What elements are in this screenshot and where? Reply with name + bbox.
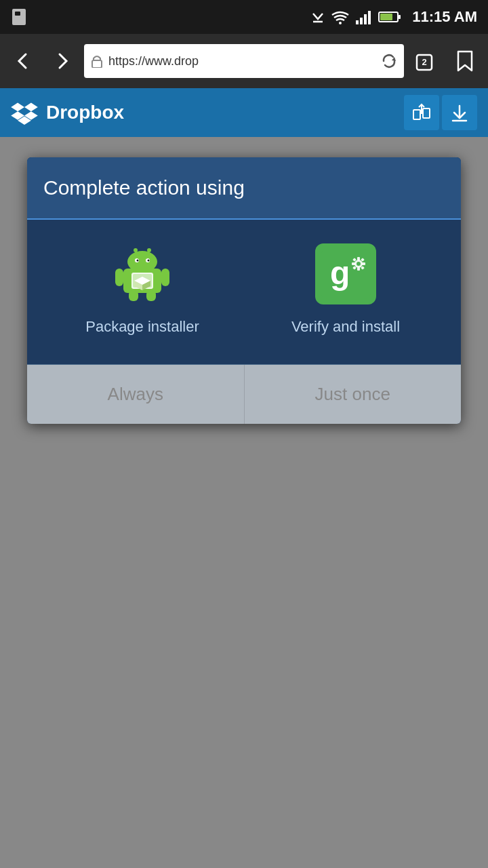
svg-marker-12 bbox=[392, 57, 396, 61]
svg-marker-15 bbox=[11, 103, 24, 112]
svg-rect-4 bbox=[356, 20, 359, 24]
svg-point-46 bbox=[357, 262, 361, 266]
svg-point-3 bbox=[339, 22, 342, 24]
svg-marker-16 bbox=[24, 103, 38, 112]
verify-install-option[interactable]: g bbox=[278, 240, 413, 337]
address-bar[interactable]: https://www.drop bbox=[84, 44, 404, 78]
svg-rect-50 bbox=[362, 262, 365, 265]
svg-point-33 bbox=[147, 248, 151, 252]
svg-point-32 bbox=[134, 248, 138, 252]
svg-rect-11 bbox=[92, 60, 102, 68]
svg-rect-35 bbox=[161, 269, 169, 286]
dialog-title-text: Complete action using bbox=[43, 176, 245, 199]
signal-icon bbox=[355, 9, 373, 24]
battery-icon bbox=[378, 9, 401, 24]
main-content: Complete action using bbox=[0, 137, 488, 868]
header-actions bbox=[404, 95, 477, 130]
svg-rect-49 bbox=[352, 262, 355, 265]
svg-rect-37 bbox=[146, 290, 156, 301]
url-text: https://www.drop bbox=[108, 54, 375, 68]
package-installer-icon bbox=[113, 244, 172, 304]
svg-rect-20 bbox=[413, 110, 420, 119]
dropbox-logo: Dropbox bbox=[11, 100, 404, 125]
google-verify-svg: g bbox=[321, 249, 371, 299]
svg-point-25 bbox=[127, 251, 157, 273]
package-installer-option[interactable]: Package installer bbox=[75, 240, 210, 337]
svg-rect-48 bbox=[357, 267, 360, 271]
status-bar-left-icons bbox=[9, 7, 28, 26]
verify-install-icon-container: g bbox=[312, 240, 380, 308]
dialog-buttons: Always Just once bbox=[27, 364, 461, 424]
back-button[interactable] bbox=[5, 43, 41, 79]
just-once-button[interactable]: Just once bbox=[245, 365, 462, 424]
dropbox-header: Dropbox bbox=[0, 88, 488, 137]
svg-point-28 bbox=[137, 260, 139, 262]
svg-rect-6 bbox=[364, 14, 367, 24]
tabs-button[interactable]: 2 bbox=[408, 43, 443, 79]
status-bar: 11:15 AM bbox=[0, 0, 488, 34]
bookmark-button[interactable] bbox=[447, 43, 483, 79]
complete-action-dialog: Complete action using bbox=[27, 157, 461, 424]
svg-rect-36 bbox=[129, 290, 138, 301]
svg-rect-47 bbox=[357, 257, 360, 260]
svg-text:2: 2 bbox=[422, 57, 426, 67]
status-right-icons: 11:15 AM bbox=[310, 8, 477, 26]
always-button[interactable]: Always bbox=[27, 365, 245, 424]
forward-button[interactable] bbox=[45, 43, 80, 79]
reload-icon[interactable] bbox=[381, 53, 397, 69]
time-display: 11:15 AM bbox=[412, 8, 477, 26]
package-installer-icon-container bbox=[108, 240, 176, 308]
svg-rect-5 bbox=[360, 18, 363, 24]
verify-install-icon: g bbox=[315, 243, 376, 304]
svg-text:g: g bbox=[330, 255, 350, 291]
dialog-overlay: Complete action using bbox=[0, 137, 488, 868]
svg-rect-9 bbox=[399, 15, 401, 19]
svg-rect-7 bbox=[368, 11, 371, 24]
svg-rect-0 bbox=[12, 9, 26, 25]
svg-point-29 bbox=[148, 260, 150, 262]
download-status-icon bbox=[310, 9, 325, 24]
dialog-apps-container: Package installer g bbox=[27, 220, 461, 364]
verify-install-label: Verify and install bbox=[291, 317, 400, 337]
package-installer-label: Package installer bbox=[85, 317, 199, 337]
svg-rect-34 bbox=[115, 269, 123, 286]
svg-rect-22 bbox=[423, 108, 430, 118]
storage-icon bbox=[9, 7, 28, 26]
download-button[interactable] bbox=[442, 95, 477, 130]
svg-rect-1 bbox=[15, 12, 20, 16]
svg-rect-10 bbox=[380, 14, 392, 20]
browser-chrome: https://www.drop 2 bbox=[0, 34, 488, 88]
share-button[interactable] bbox=[404, 95, 439, 130]
wifi-icon bbox=[331, 9, 350, 24]
dialog-title-bar: Complete action using bbox=[27, 157, 461, 218]
dropbox-logo-icon bbox=[11, 100, 38, 125]
dropbox-app-name: Dropbox bbox=[46, 102, 124, 123]
lock-icon bbox=[91, 54, 103, 68]
